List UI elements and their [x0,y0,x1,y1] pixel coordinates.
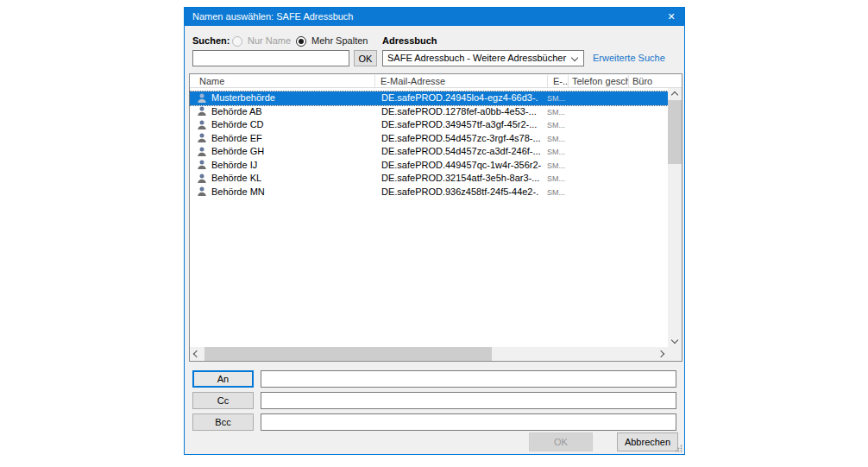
address-list: Name E-Mail-Adresse E-... Telefon gesch.… [189,73,682,362]
column-separator[interactable] [628,75,629,87]
contact-email: DE.safePROD.449457qc-1w4r-356r2- [381,160,541,170]
column-header-buero[interactable]: Büro [632,75,652,87]
column-header-telefon[interactable]: Telefon gesch... [572,75,628,87]
contact-email-type: SM... [547,174,565,183]
scroll-right-icon[interactable] [654,347,668,361]
cc-field[interactable] [261,392,676,409]
list-item-behoerde-gh[interactable]: Behörde GH DE.safePROD.54d457zc-a3df-246… [190,145,668,159]
contact-name: Behörde MN [211,186,265,197]
contact-name: Behörde EF [211,133,262,143]
contact-name: Behörde KL [211,173,261,183]
contact-email: DE.safePROD.24945lo4-egz4-66d3-. [381,92,538,103]
advanced-search-link[interactable]: Erweiterte Suche [593,53,665,63]
addressbook-dropdown[interactable]: SAFE Adressbuch - Weitere Adressbücher [382,50,584,66]
an-field[interactable] [261,370,676,388]
column-header-email[interactable]: E-Mail-Adresse [381,75,445,87]
list-item-behoerde-kl[interactable]: Behörde KL DE.safePROD.32154atf-3e5h-8ar… [190,172,668,186]
contact-email-type: SM... [547,135,565,143]
column-header-name[interactable]: Name [199,75,224,87]
contact-email: DE.safePROD.32154atf-3e5h-8ar3-... [381,173,539,183]
column-separator[interactable] [568,75,569,87]
radio-nur-name[interactable] [232,36,242,47]
contact-email-type: SM... [547,94,565,103]
column-header-email-type[interactable]: E-... [553,75,568,87]
person-icon [197,106,207,117]
column-separator[interactable] [374,75,375,87]
person-icon [197,133,207,143]
person-icon [197,120,207,130]
contact-email: DE.safePROD.54d457zc-3rgf-4s78-... [381,133,541,143]
close-icon[interactable]: ✕ [658,8,684,26]
scroll-left-icon[interactable] [190,347,204,361]
person-icon [197,160,207,170]
cc-button[interactable]: Cc [192,392,254,409]
cancel-button[interactable]: Abbrechen [617,432,678,451]
scroll-down-icon[interactable] [668,333,682,347]
title-bar: Namen auswählen: SAFE Adressbuch ✕ [185,8,684,26]
contact-name: Behörde GH [211,146,264,156]
contact-email-type: SM... [547,188,565,197]
search-ok-button[interactable]: OK [354,50,377,66]
dialog-title: Namen auswählen: SAFE Adressbuch [192,8,354,26]
contact-email: DE.safePROD.349457tf-a3gf-45r2-... [381,119,537,129]
list-item-behoerde-ef[interactable]: Behörde EF DE.safePROD.54d457zc-3rgf-4s7… [190,132,668,146]
person-icon [197,186,207,197]
contact-email: DE.safePROD.936z458tf-24f5-44e2-. [381,186,538,197]
person-icon [197,174,207,184]
list-rows: Musterbehörde DE.safePROD.24945lo4-egz4-… [190,92,668,199]
addressbook-label: Adressbuch [382,35,437,46]
contact-email-type: SM... [547,121,565,129]
resize-grip-icon[interactable] [674,444,682,452]
list-item-behoerde-mn[interactable]: Behörde MN DE.safePROD.936z458tf-24f5-44… [190,186,668,199]
search-input[interactable] [192,50,349,66]
radio-mehr-spalten-label[interactable]: Mehr Spalten [311,35,368,46]
contact-name: Behörde AB [211,106,262,117]
an-button[interactable]: An [192,370,254,388]
vertical-scrollbar-thumb[interactable] [668,100,682,164]
search-label: Suchen: [192,35,230,46]
person-icon [197,93,207,104]
contact-email: DE.safePROD.1278fef-a0bb-4e53-... [381,106,537,117]
ok-button[interactable]: OK [529,432,593,451]
horizontal-scrollbar-thumb[interactable] [204,347,492,361]
contact-name: Behörde IJ [211,160,257,170]
list-item-behoerde-ab[interactable]: Behörde AB DE.safePROD.1278fef-a0bb-4e53… [190,105,668,119]
bcc-field[interactable] [261,413,676,431]
column-separator[interactable] [547,75,548,87]
select-names-dialog: Namen auswählen: SAFE Adressbuch ✕ Suche… [184,7,685,455]
contact-email: DE.safePROD.54d457zc-a3df-246f-... [381,146,541,156]
scrollbar-corner [668,347,682,361]
contact-name: Musterbehörde [211,92,275,103]
list-item-behoerde-cd[interactable]: Behörde CD DE.safePROD.349457tf-a3gf-45r… [190,118,668,132]
vertical-scrollbar[interactable] [668,88,682,347]
list-item-musterbehoerde[interactable]: Musterbehörde DE.safePROD.24945lo4-egz4-… [190,92,668,105]
bcc-button[interactable]: Bcc [192,413,254,431]
list-header: Name E-Mail-Adresse E-... Telefon gesch.… [190,74,682,88]
person-icon [197,147,207,157]
contact-email-type: SM... [547,148,565,156]
radio-mehr-spalten[interactable] [296,36,306,47]
addressbook-dropdown-value: SAFE Adressbuch - Weitere Adressbücher [387,53,566,63]
contact-email-type: SM... [547,161,565,170]
list-item-behoerde-ij[interactable]: Behörde IJ DE.safePROD.449457qc-1w4r-356… [190,159,668,173]
contact-email-type: SM... [547,108,565,117]
radio-nur-name-label[interactable]: Nur Name [248,35,291,46]
contact-name: Behörde CD [211,119,264,129]
chevron-down-icon [571,54,578,61]
horizontal-scrollbar[interactable] [190,347,668,361]
